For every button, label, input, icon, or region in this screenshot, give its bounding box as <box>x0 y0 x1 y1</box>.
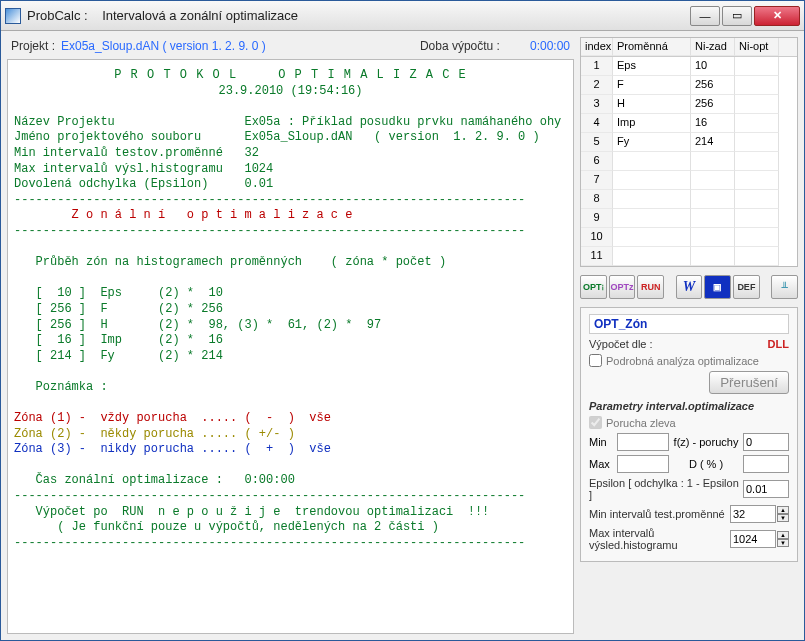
podrobna-checkbox[interactable]: Podrobná analýza optimalizace <box>589 354 789 367</box>
table-row[interactable]: 2F256 <box>581 76 797 95</box>
preruseni-button[interactable]: Přerušení <box>709 371 789 394</box>
opt1-button[interactable]: OPTᵢ <box>580 275 607 299</box>
table-row[interactable]: 11 <box>581 247 797 266</box>
maxhist-down[interactable]: ▼ <box>777 539 789 547</box>
l3a: Min intervalů testov.proměnné <box>14 146 223 160</box>
w-button[interactable]: W <box>676 275 703 299</box>
maximize-button[interactable]: ▭ <box>722 6 752 26</box>
table-row[interactable]: 4Imp16 <box>581 114 797 133</box>
note1: Zóna (1) - vždy porucha ..... ( - ) vše <box>14 411 331 425</box>
l3b: 32 <box>244 146 258 160</box>
cell-variable <box>613 171 691 190</box>
table-row[interactable]: 6 <box>581 152 797 171</box>
table-row[interactable]: 7 <box>581 171 797 190</box>
vypocet-value: DLL <box>768 338 789 350</box>
app-window: ProbCalc : Intervalová a zonální optimal… <box>0 0 805 641</box>
opt-panel: OPT_Zón Výpočet dle : DLL Podrobná analý… <box>580 307 798 562</box>
chart-button[interactable]: ╨ <box>771 275 798 299</box>
cell-variable: Fy <box>613 133 691 152</box>
col-ni-zad[interactable]: Ni-zad <box>691 38 735 56</box>
cell-ni-opt <box>735 76 779 95</box>
z2: [ 256 ] F (2) * 256 <box>36 302 223 316</box>
porucha-label: Porucha zleva <box>606 417 676 429</box>
cell-variable: Imp <box>613 114 691 133</box>
def-button[interactable]: DEF <box>733 275 760 299</box>
titlebar: ProbCalc : Intervalová a zonální optimal… <box>1 1 804 31</box>
d-input[interactable] <box>743 455 789 473</box>
d-label: D ( % ) <box>669 458 743 470</box>
podrobna-input[interactable] <box>589 354 602 367</box>
cell-variable <box>613 209 691 228</box>
mintest-up[interactable]: ▲ <box>777 506 789 514</box>
cell-ni-zad <box>691 228 735 247</box>
cell-variable <box>613 247 691 266</box>
cell-variable: Eps <box>613 57 691 76</box>
table-row[interactable]: 8 <box>581 190 797 209</box>
table-row[interactable]: 1Eps10 <box>581 57 797 76</box>
porucha-checkbox[interactable]: Porucha zleva <box>589 416 789 429</box>
cell-ni-opt <box>735 133 779 152</box>
cell-index: 4 <box>581 114 613 133</box>
run-button[interactable]: RUN <box>637 275 664 299</box>
protocol-output: P R O T O K O L O P T I M A L I Z A C E … <box>7 59 574 634</box>
cell-index: 1 <box>581 57 613 76</box>
l4b: 1024 <box>244 162 273 176</box>
z4: [ 16 ] Imp (2) * 16 <box>36 333 223 347</box>
l2a: Jméno projektového souboru <box>14 130 201 144</box>
app-name: ProbCalc : <box>27 8 88 23</box>
cell-index: 7 <box>581 171 613 190</box>
col-variable[interactable]: Proměnná <box>613 38 691 56</box>
mintest-down[interactable]: ▼ <box>777 514 789 522</box>
col-ni-opt[interactable]: Ni-opt <box>735 38 779 56</box>
doba-label: Doba výpočtu : <box>420 39 500 53</box>
optzon-label: OPT_Zón <box>589 314 789 334</box>
projekt-label: Projekt : <box>11 39 55 53</box>
table-row[interactable]: 3H256 <box>581 95 797 114</box>
fz-label: f(z) - poruchy <box>669 436 743 448</box>
table-row[interactable]: 5Fy214 <box>581 133 797 152</box>
z5: [ 214 ] Fy (2) * 214 <box>36 349 223 363</box>
cell-ni-opt <box>735 95 779 114</box>
cell-ni-zad <box>691 171 735 190</box>
cell-variable <box>613 190 691 209</box>
z1: [ 10 ] Eps (2) * 10 <box>36 286 223 300</box>
cell-index: 3 <box>581 95 613 114</box>
window-title: ProbCalc : Intervalová a zonální optimal… <box>27 8 690 23</box>
eps-label: Epsilon [ odchylka : 1 - Epsilon ] <box>589 477 743 501</box>
table-row[interactable]: 10 <box>581 228 797 247</box>
cell-index: 9 <box>581 209 613 228</box>
min-label: Min <box>589 436 617 448</box>
mintest-input[interactable] <box>730 505 776 523</box>
cell-ni-opt <box>735 171 779 190</box>
cell-index: 8 <box>581 190 613 209</box>
cell-index: 11 <box>581 247 613 266</box>
zon-title: Z o n á l n í o p t i m a l i z a c e <box>72 208 353 222</box>
cell-index: 10 <box>581 228 613 247</box>
save-icon: ▣ <box>713 282 722 292</box>
eps-input[interactable] <box>743 480 789 498</box>
save-button[interactable]: ▣ <box>704 275 731 299</box>
dashes2: ----------------------------------------… <box>14 224 525 238</box>
maxhist-input[interactable] <box>730 530 776 548</box>
cell-ni-opt <box>735 228 779 247</box>
minimize-button[interactable]: — <box>690 6 720 26</box>
dashes3: ----------------------------------------… <box>14 489 525 503</box>
cell-ni-opt <box>735 57 779 76</box>
min-input[interactable] <box>617 433 669 451</box>
fz-input[interactable] <box>743 433 789 451</box>
table-row[interactable]: 9 <box>581 209 797 228</box>
variable-grid[interactable]: index Proměnná Ni-zad Ni-opt 1Eps102F256… <box>580 37 798 267</box>
close-button[interactable]: ✕ <box>754 6 800 26</box>
window-subtitle: Intervalová a zonální optimalizace <box>102 8 298 23</box>
cell-ni-zad <box>691 190 735 209</box>
note2: Zóna (2) - někdy porucha ..... ( +/- ) <box>14 427 295 441</box>
maxhist-up[interactable]: ▲ <box>777 531 789 539</box>
max-input[interactable] <box>617 455 669 473</box>
opt2-button[interactable]: OPTz <box>609 275 636 299</box>
warn1: Výpočet po RUN n e p o u ž i j e trendov… <box>36 505 490 519</box>
col-index[interactable]: index <box>581 38 613 56</box>
l5b: 0.01 <box>244 177 273 191</box>
cell-ni-zad <box>691 209 735 228</box>
podrobna-label: Podrobná analýza optimalizace <box>606 355 759 367</box>
mintest-label: Min intervalů test.proměnné <box>589 508 730 520</box>
